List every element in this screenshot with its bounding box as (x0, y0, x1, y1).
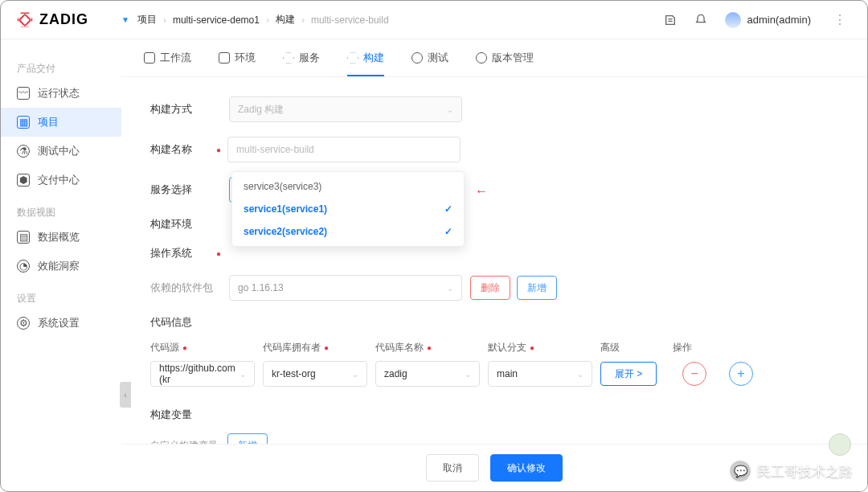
gear-icon: ⚙ (17, 317, 30, 330)
label-deps: 依赖的软件包 (150, 281, 215, 295)
remove-row-button[interactable]: − (682, 362, 706, 386)
project-caret-icon[interactable]: ▼ (121, 15, 129, 24)
head-repo: 代码库名称 (375, 341, 424, 355)
head-ops: 操作 (673, 341, 692, 355)
logo-icon (17, 12, 33, 28)
dashboard-icon: ▤ (17, 231, 30, 244)
delete-dep-button[interactable]: 删除 (470, 276, 510, 300)
sidebar-item-test[interactable]: ⚗测试中心 (1, 137, 121, 166)
add-dep-button[interactable]: 新增 (517, 276, 557, 300)
version-icon (476, 52, 487, 64)
sidebar-item-overview[interactable]: ▤数据概览 (1, 223, 121, 252)
env-icon (219, 52, 230, 64)
label-env: 构建环境 (150, 217, 215, 232)
brand-logo: ZADIG (17, 11, 121, 28)
project-icon: ▦ (17, 116, 30, 129)
workflow-icon (144, 52, 155, 64)
expand-button[interactable]: 展开 > (600, 362, 657, 386)
tab-workflow[interactable]: 工作流 (144, 51, 191, 76)
build-icon (347, 52, 358, 64)
bc-name[interactable]: multi-service-demo1 (173, 14, 260, 26)
user-menu[interactable]: admin(admin) (725, 12, 811, 28)
wechat-icon: 💬 (730, 461, 751, 482)
ping-badge (829, 433, 851, 456)
chevron-down-icon: ⌄ (447, 284, 453, 293)
check-icon: ✓ (444, 226, 452, 237)
sidebar-item-settings[interactable]: ⚙系统设置 (1, 309, 121, 338)
label-service: 服务选择 (150, 182, 215, 197)
head-source: 代码源 (150, 341, 179, 355)
sidebar-item-status[interactable]: 〰运行状态 (1, 79, 121, 108)
head-branch: 默认分支 (488, 341, 526, 355)
chevron-down-icon: ⌄ (447, 105, 453, 114)
tab-env[interactable]: 环境 (219, 51, 256, 76)
avatar-icon (725, 12, 741, 28)
dd-option-service1[interactable]: service1(service1)✓ (232, 198, 464, 220)
label-name: 构建名称 (150, 142, 215, 157)
tab-version[interactable]: 版本管理 (476, 51, 534, 76)
watermark: 💬 民工哥技术之路 (730, 461, 853, 482)
sidebar-item-project[interactable]: ▦项目 (1, 108, 121, 137)
sb-group-data: 数据视图 (1, 201, 121, 223)
sidebar: 产品交付 〰运行状态 ▦项目 ⚗测试中心 ⬢交付中心 数据视图 ▤数据概览 ◔效… (1, 39, 121, 491)
sidebar-collapse-handle[interactable]: ‹ (120, 382, 131, 408)
sidebar-item-delivery[interactable]: ⬢交付中心 (1, 166, 121, 195)
arrow-annotation: ← (475, 184, 488, 199)
tab-test[interactable]: 测试 (411, 51, 448, 76)
head-owner: 代码库拥有者 (263, 341, 321, 355)
breadcrumb: 项目 › multi-service-demo1 › 构建 › multi-se… (137, 13, 664, 27)
section-code: 代码信息 (150, 315, 838, 330)
sb-group-settings: 设置 (1, 287, 121, 309)
chart-icon: ◔ (17, 260, 30, 273)
tab-build[interactable]: 构建 (347, 51, 384, 76)
add-row-button[interactable]: + (729, 362, 753, 386)
bc-build[interactable]: 构建 (276, 13, 295, 27)
dd-option-service3[interactable]: service3(service3) (232, 175, 464, 198)
sb-group-deliver: 产品交付 (1, 57, 121, 79)
bc-project[interactable]: 项目 (137, 13, 157, 27)
input-repo[interactable]: zadig⌄ (375, 361, 480, 387)
label-os: 操作系统 (150, 246, 215, 260)
add-var-button[interactable]: 新增 (227, 433, 268, 444)
section-vars: 构建变量 (150, 408, 838, 422)
sidebar-item-insight[interactable]: ◔效能洞察 (1, 252, 121, 281)
more-icon[interactable]: ⋮ (829, 12, 851, 27)
required-icon: ● (216, 146, 221, 154)
head-advanced: 高级 (600, 341, 620, 355)
tab-service[interactable]: 服务 (283, 51, 320, 76)
input-source[interactable]: https://github.com (kr⌄ (150, 361, 255, 387)
box-icon: ⬢ (17, 174, 30, 187)
status-icon: 〰 (17, 87, 30, 100)
docs-icon[interactable] (664, 14, 677, 27)
service-dropdown: service3(service3) service1(service1)✓ s… (231, 171, 465, 247)
input-branch[interactable]: main⌄ (488, 361, 592, 387)
select-method[interactable]: Zadig 构建⌄ (229, 96, 462, 122)
dd-option-service2[interactable]: service2(service2)✓ (232, 220, 464, 243)
flask-icon: ⚗ (17, 145, 30, 158)
label-method: 构建方式 (150, 102, 215, 117)
input-name[interactable]: multi-service-build (227, 137, 461, 162)
confirm-button[interactable]: 确认修改 (490, 454, 563, 482)
service-icon (283, 52, 294, 64)
check-icon: ✓ (444, 203, 452, 215)
bell-icon[interactable] (694, 14, 707, 27)
cancel-button[interactable]: 取消 (426, 454, 479, 482)
bc-item: multi-service-build (311, 14, 389, 26)
input-owner[interactable]: kr-test-org⌄ (263, 361, 367, 387)
required-icon: ● (216, 249, 221, 258)
select-dep[interactable]: go 1.16.13⌄ (229, 275, 462, 301)
test-icon (411, 52, 423, 64)
